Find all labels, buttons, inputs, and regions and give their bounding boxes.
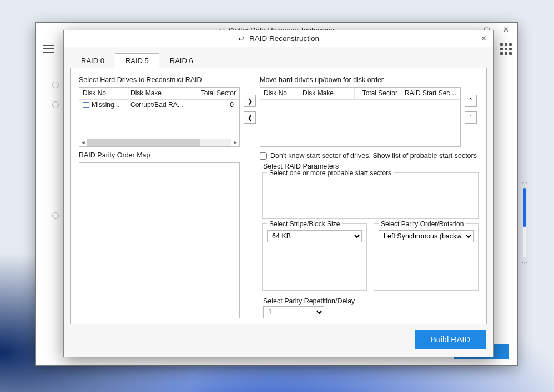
stripe-legend: Select Stripe/Block Size — [267, 220, 342, 228]
raid-reconstruction-dialog: ↩ RAID Reconstruction ✕ RAID 0 RAID 5 RA… — [63, 30, 494, 357]
parity-order-legend: Select Parity Order/Rotation — [379, 220, 466, 228]
dont-know-start-checkbox[interactable] — [260, 152, 267, 160]
raid-tabs: RAID 0 RAID 5 RAID 6 — [64, 47, 493, 68]
scroll-right-icon[interactable]: ► — [231, 140, 239, 145]
dialog-close-button[interactable]: ✕ — [476, 32, 491, 45]
col2-start-sector: RAID Start Sector — [401, 88, 460, 99]
probable-start-sectors-list[interactable] — [267, 179, 474, 210]
scroll-down-icon[interactable]: ﹀ — [522, 260, 528, 267]
tab-raid0[interactable]: RAID 0 — [70, 53, 115, 68]
apps-grid-icon[interactable] — [500, 43, 512, 55]
parity-map — [79, 162, 240, 318]
dialog-title: RAID Reconstruction — [249, 34, 319, 43]
col-disk-make: Disk Make — [127, 88, 190, 99]
add-drive-button[interactable]: ❯ — [244, 95, 256, 107]
scroll-up-icon[interactable]: ︿ — [522, 178, 528, 185]
scroll-left-icon[interactable]: ◄ — [79, 140, 87, 145]
parity-order-select[interactable]: Left Synchronous (backward — [379, 230, 474, 242]
parity-delay-label: Select Parity Repetition/Delay — [263, 297, 479, 305]
build-raid-button[interactable]: Build RAID — [415, 330, 486, 349]
move-up-button[interactable]: ˄ — [465, 95, 477, 107]
col2-disk-make: Disk Make — [299, 88, 355, 99]
dont-know-start-label: Don't know start sector of drives. Show … — [270, 152, 477, 160]
main-scrollbar[interactable]: ︿ ﹀ — [520, 178, 530, 267]
col2-total-sector: Total Sector — [355, 88, 401, 99]
ordered-drives-label: Move hard drives up/down for disk order — [260, 76, 479, 84]
move-down-button[interactable]: ˅ — [465, 111, 477, 124]
ordered-drives-list[interactable]: Disk No Disk Make Total Sector RAID Star… — [260, 87, 461, 147]
menu-icon[interactable] — [41, 40, 57, 57]
tab-raid5[interactable]: RAID 5 — [115, 53, 159, 68]
disk-icon — [83, 102, 89, 108]
col2-disk-no: Disk No — [260, 88, 299, 99]
col-disk-no: Disk No — [79, 88, 127, 99]
stripe-size-select[interactable]: 64 KB — [267, 230, 362, 242]
raid5-panel: Select Hard Drives to Reconstruct RAID M… — [70, 68, 487, 324]
remove-drive-button[interactable]: ❮ — [244, 111, 256, 124]
col-total-sector: Total Sector — [190, 88, 239, 99]
source-drives-label: Select Hard Drives to Reconstruct RAID — [79, 76, 240, 84]
start-sectors-legend: Select one or more probable start sector… — [267, 169, 394, 177]
dialog-titlebar: ↩ RAID Reconstruction ✕ — [64, 30, 493, 47]
main-close-button[interactable]: ✕ — [496, 23, 515, 36]
source-drives-list[interactable]: Disk No Disk Make Total Sector Missing..… — [79, 87, 240, 147]
parity-delay-select[interactable]: 1 — [263, 306, 324, 318]
parity-map-label: RAID Parity Order Map — [79, 149, 240, 159]
tab-raid6[interactable]: RAID 6 — [159, 53, 204, 68]
back-icon: ↩ — [238, 34, 245, 43]
source-hscroll[interactable]: ◄ ► — [79, 139, 239, 146]
drive-row[interactable]: Missing... Corrupt/Bad RA... 0 — [79, 100, 239, 110]
